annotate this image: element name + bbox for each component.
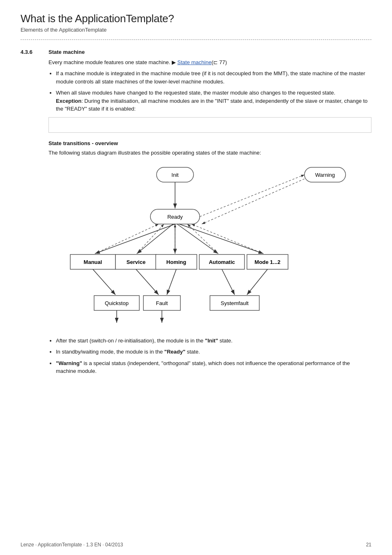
mode12-label: Mode 1...2 xyxy=(255,259,281,265)
footer-left: Lenze · ApplicationTemplate · 1.3 EN · 0… xyxy=(21,542,123,548)
manual-label: Manual xyxy=(84,259,102,265)
section-divider xyxy=(21,39,371,40)
fault-label: Fault xyxy=(156,300,168,306)
svg-line-31 xyxy=(200,175,304,217)
state-diagram-container: Init Warning Ready xyxy=(48,163,371,328)
section-title: State machine xyxy=(48,49,85,55)
exception-label: Exception xyxy=(56,98,81,104)
blank-box xyxy=(48,117,371,133)
svg-line-24 xyxy=(222,269,235,295)
svg-line-10 xyxy=(179,224,263,254)
init-label: Init xyxy=(171,172,179,178)
section-number: 4.3.6 xyxy=(21,49,40,55)
svg-line-12 xyxy=(137,224,164,254)
state-diagram-svg: Init Warning Ready xyxy=(62,163,358,328)
bottom-bullet-1: After the start (switch-on / re-initiali… xyxy=(56,337,371,345)
bottom-bullets: After the start (switch-on / re-initiali… xyxy=(48,337,371,375)
svg-line-25 xyxy=(247,269,267,295)
svg-line-11 xyxy=(95,224,159,254)
svg-line-32 xyxy=(202,179,304,224)
automatic-label: Automatic xyxy=(209,259,235,265)
footer: Lenze · ApplicationTemplate · 1.3 EN · 0… xyxy=(0,542,392,548)
ready-label: Ready xyxy=(167,214,183,220)
bottom-bullet-2: In standby/waiting mode, the module is i… xyxy=(56,348,371,356)
page-subtitle: Elements of the ApplicationTemplate xyxy=(21,27,371,33)
state-machine-link[interactable]: State machine xyxy=(178,59,212,65)
svg-line-22 xyxy=(136,269,159,295)
svg-line-7 xyxy=(137,224,173,254)
sub-section-heading: State transitions - overview xyxy=(48,140,371,146)
svg-line-6 xyxy=(95,224,175,254)
svg-line-9 xyxy=(177,224,218,254)
section-body: Every machine module features one state … xyxy=(48,59,371,375)
intro-paragraph: Every machine module features one state … xyxy=(48,59,371,65)
diagram-intro: The following status diagram illustrates… xyxy=(48,150,371,156)
list-item-1: If a machine module is integrated in the… xyxy=(56,69,371,86)
bottom-bullet-3: "Warning" is a special status (independe… xyxy=(56,359,371,375)
service-label: Service xyxy=(127,259,145,265)
list-item-2: When all slave modules have changed to t… xyxy=(56,89,371,113)
warning-label: Warning xyxy=(315,172,335,178)
systemfault-label: Systemfault xyxy=(221,300,249,306)
svg-line-15 xyxy=(191,224,263,254)
content-list: If a machine module is integrated in the… xyxy=(56,69,371,113)
page-title: What is the ApplicationTemplate? xyxy=(21,12,371,25)
svg-line-23 xyxy=(167,269,176,295)
footer-right: 21 xyxy=(366,542,371,548)
exception-text: : During the initialisation, all machine… xyxy=(56,98,368,112)
quickstop-label: Quickstop xyxy=(105,300,129,306)
homing-label: Homing xyxy=(166,259,186,265)
section-header: 4.3.6 State machine xyxy=(21,49,371,55)
svg-line-21 xyxy=(93,269,115,295)
